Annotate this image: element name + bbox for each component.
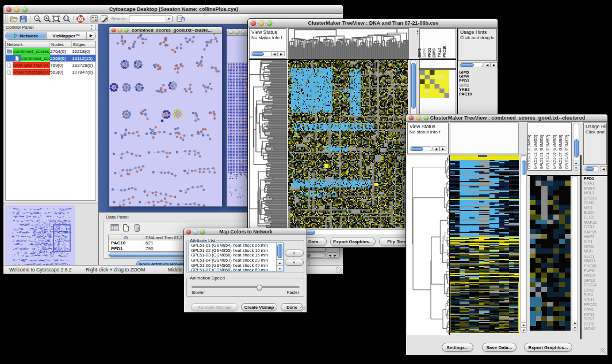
scrollbar-thumb[interactable] — [574, 139, 579, 158]
scroll-down-arrow[interactable]: ▼ — [277, 265, 283, 271]
attribute-browser-icon[interactable] — [176, 14, 186, 23]
move-up-button[interactable]: ^ — [285, 250, 304, 256]
scrollbar-thumb[interactable] — [522, 160, 526, 175]
t1-status-hscrollbar[interactable] — [251, 51, 273, 56]
treeview2-titlebar[interactable]: ClusterMaker TreeView : combined_scores_… — [406, 114, 607, 122]
scrollbar-thumb[interactable] — [252, 52, 264, 56]
scroll-down-arrow[interactable]: ▼ — [573, 165, 579, 170]
float-panel-icon[interactable] — [91, 25, 95, 30]
network-view-2-canvas[interactable] — [227, 36, 250, 206]
minimize-button[interactable] — [14, 7, 20, 12]
scroll-right-arrow[interactable]: ▶ — [278, 51, 285, 56]
speed-slider[interactable] — [192, 286, 300, 288]
zoom-button[interactable] — [267, 21, 272, 26]
t2-zoom-vscrollbar[interactable]: ▲▼ — [572, 176, 578, 331]
window-network-view-1[interactable]: combined_scores_good.txt--cluste... — [109, 26, 223, 207]
minimize-button[interactable] — [193, 229, 198, 234]
attribute-item-5[interactable]: GPL51-07 (GSM868) heat shock 60 min — [189, 268, 283, 271]
scroll-down-arrow[interactable]: ▼ — [572, 325, 577, 330]
close-button[interactable] — [112, 28, 116, 32]
data-panel-hscroll-arrows[interactable]: ◀▶ — [327, 252, 338, 258]
t2-labels-scroll-arrows[interactable]: ▲▼ — [573, 160, 579, 170]
t2-zoom-scroll-arrows[interactable]: ▲▼ — [572, 320, 577, 330]
scroll-down-arrow[interactable]: ▼ — [521, 327, 526, 332]
scrollbar-thumb[interactable] — [411, 63, 416, 109]
scroll-up-arrow[interactable]: ▲ — [572, 320, 577, 325]
scroll-right-arrow[interactable]: ▶ — [332, 253, 338, 257]
attribute-grid-icon[interactable] — [110, 224, 120, 233]
t1-column-dendrogram[interactable] — [288, 28, 409, 60]
zoom-fit-icon[interactable]: 1:1 — [62, 14, 71, 23]
zoom-button[interactable] — [124, 28, 128, 32]
t2-zoom-heatmap[interactable] — [530, 176, 571, 331]
scrollbar-thumb[interactable] — [277, 244, 282, 258]
column-header-nodes[interactable]: Nodes — [50, 41, 72, 47]
t2-save-data-button[interactable]: Save Data... — [482, 343, 517, 352]
resize-grip[interactable] — [336, 267, 342, 273]
search-input[interactable] — [130, 16, 165, 22]
vizmapper-icon[interactable] — [89, 14, 99, 23]
column-header-network[interactable]: Network — [6, 41, 50, 47]
new-attribute-icon[interactable] — [122, 224, 131, 233]
t2-usage-scroll-arrows[interactable]: ◀ — [600, 166, 607, 171]
column-header-id[interactable]: ID — [109, 235, 143, 240]
resize-grip[interactable] — [300, 306, 306, 312]
t1-usage-hscrollbar[interactable] — [459, 62, 483, 67]
t1-heatmap[interactable] — [288, 60, 408, 228]
scroll-up-arrow[interactable]: ▲ — [277, 259, 283, 265]
t1-row-dendrogram[interactable] — [249, 60, 287, 228]
scroll-right-arrow[interactable]: ▶ — [439, 146, 446, 151]
network-row-1[interactable]: combined_sco2569(6)13112(15) — [6, 55, 95, 62]
animate-vizmap-button[interactable]: Animate Vizmap — [191, 303, 238, 311]
t2-export-graphics-button[interactable]: Export Graphics... — [524, 343, 572, 352]
minimize-button[interactable] — [416, 116, 421, 120]
network-row-3[interactable]: RNAPuberNov2+N563(0)107847(0) — [6, 68, 95, 75]
column-header-edges[interactable]: Edges — [72, 41, 95, 47]
network-view-1-canvas[interactable] — [109, 34, 221, 206]
zoom-button[interactable] — [242, 30, 246, 34]
move-down-button[interactable]: v — [285, 259, 304, 266]
slider-thumb[interactable] — [257, 285, 262, 291]
close-button[interactable] — [251, 21, 256, 26]
t1-zoom-heatmap[interactable] — [420, 70, 449, 98]
t2-usage-hscrollbar[interactable] — [584, 166, 599, 171]
scroll-left-arrow[interactable]: ◀ — [327, 253, 332, 257]
t1-usage-scroll-arrows[interactable]: ◀▶ — [484, 62, 498, 67]
birdseye-view-panel[interactable] — [3, 204, 98, 265]
minimize-button[interactable] — [235, 30, 239, 34]
tab-overflow-arrow[interactable]: ▶ — [87, 32, 95, 39]
network-view-1-titlebar[interactable]: combined_scores_good.txt--cluste... — [109, 27, 222, 34]
scroll-left-arrow[interactable]: ◀ — [484, 62, 491, 67]
scroll-left-arrow[interactable]: ◀ — [271, 51, 278, 56]
tab-vizmapper[interactable]: VizMapper™ — [47, 32, 87, 39]
help-lifesaver-icon[interactable] — [75, 14, 85, 23]
main-titlebar[interactable]: Cytoscape Desktop (Session Name: collins… — [3, 5, 343, 14]
t1-export-graphics-button[interactable]: Export Graphics... — [330, 237, 376, 246]
create-vizmap-button[interactable]: Create Vizmap — [241, 303, 277, 311]
close-button[interactable] — [186, 229, 191, 234]
zoom-in-icon[interactable] — [42, 14, 52, 23]
t1-status-scroll-arrows[interactable]: ◀▶ — [271, 51, 285, 56]
t2-labels-vscrollbar[interactable]: ▲▼ — [573, 122, 579, 171]
t2-settings-button[interactable]: Settings... — [442, 343, 473, 352]
attribute-list[interactable]: GPL51-01 (GSM854) heat shock 05 minGPL51… — [189, 243, 284, 271]
search-combobox[interactable]: ▼ — [129, 16, 173, 22]
scroll-left-arrow[interactable]: ◀ — [433, 146, 439, 151]
dialog-titlebar[interactable]: Map Colors to Network — [184, 228, 307, 235]
scrollbar-thumb[interactable] — [460, 63, 474, 67]
zoom-button[interactable] — [22, 7, 28, 12]
t2-row-dendrogram[interactable] — [407, 155, 449, 335]
close-button[interactable] — [229, 30, 233, 34]
scrollbar-thumb[interactable] — [411, 147, 423, 151]
minimize-button[interactable] — [259, 21, 264, 26]
scroll-left-arrow[interactable]: ◀ — [600, 166, 607, 171]
close-button[interactable] — [6, 7, 12, 12]
search-dropdown-arrow[interactable]: ▼ — [166, 16, 172, 22]
scrollbar-thumb[interactable] — [586, 167, 594, 171]
t2-status-hscrollbar[interactable] — [410, 146, 433, 151]
t2-heatmap[interactable] — [450, 155, 519, 333]
birdseye-canvas[interactable] — [5, 205, 75, 268]
network-row-0[interactable]: combined_scores_2764(0)16218(0) — [6, 48, 95, 55]
treeview1-titlebar[interactable]: ClusterMaker TreeView : DNA and Tran 07-… — [248, 19, 498, 28]
zoom-selected-icon[interactable] — [52, 14, 62, 23]
